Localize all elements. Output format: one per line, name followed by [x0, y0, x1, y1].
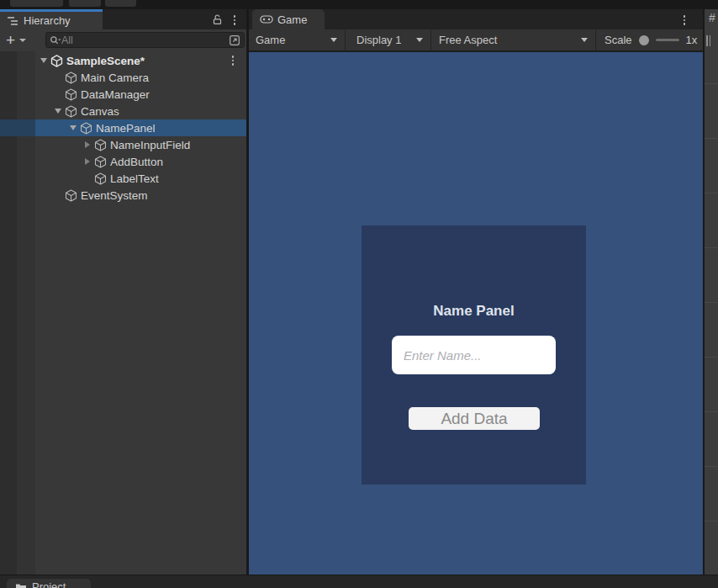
game-tab-bar: Game [249, 9, 703, 29]
hierarchy-item-datamanager[interactable]: DataManager [0, 86, 246, 103]
cube-icon [65, 189, 77, 202]
hierarchy-icon [7, 16, 18, 26]
hierarchy-item-namepanel[interactable]: NamePanel [0, 119, 246, 136]
item-label: DataManager [81, 88, 150, 101]
hierarchy-item-eventsystem[interactable]: EventSystem [0, 187, 246, 204]
add-dropdown-caret-icon[interactable] [19, 39, 26, 42]
item-label: Canvas [81, 105, 119, 118]
add-object-button[interactable]: + [6, 32, 15, 49]
cube-icon [65, 72, 77, 84]
cube-icon [94, 172, 107, 185]
hierarchy-tab-bar: Hierarchy [0, 9, 246, 29]
scene-menu-kebab-icon[interactable] [228, 54, 238, 67]
name-panel-title: Name Panel [362, 303, 586, 320]
chevron-down-icon [581, 38, 588, 42]
expand-arrow-icon[interactable] [66, 125, 80, 130]
aspect-dropdown[interactable]: Free Aspect [430, 29, 595, 50]
cube-icon [65, 88, 77, 101]
tab-label: Hierarchy [24, 14, 71, 27]
toolbar-grip-icon [706, 35, 710, 46]
scale-slider-handle[interactable] [639, 35, 649, 45]
expand-arrow-icon[interactable] [81, 158, 94, 165]
search-input[interactable] [61, 34, 229, 46]
name-panel: Name Panel Add Data [362, 225, 586, 485]
bottom-dock-bar: Project [0, 575, 718, 588]
tab-project[interactable]: Project [7, 579, 91, 588]
display-label: Display 1 [356, 34, 401, 46]
selection-gutter [0, 119, 35, 136]
view-mode-dropdown[interactable]: Game [249, 29, 345, 50]
hierarchy-item-labeltext[interactable]: LabelText [0, 170, 246, 187]
search-pick-icon[interactable] [229, 34, 240, 46]
main-toolbar-strip [0, 0, 718, 9]
view-mode-label: Game [256, 34, 285, 46]
item-label: Main Camera [81, 72, 149, 84]
unity-editor-window: Hierarchy + SampleScene* [0, 0, 718, 588]
tab-label: Game [277, 13, 307, 26]
hierarchy-panel: Hierarchy + SampleScene* [0, 9, 246, 575]
scale-control: Scale 1x [595, 29, 703, 50]
item-label: SampleScene* [66, 55, 145, 67]
hierarchy-item-samplescene[interactable]: SampleScene* [0, 52, 246, 69]
add-data-button[interactable]: Add Data [409, 407, 540, 430]
hierarchy-item-addbutton[interactable]: AddButton [0, 153, 246, 170]
item-label: NameInputField [110, 139, 190, 151]
cube-icon [94, 139, 107, 151]
hierarchy-item-main-camera[interactable]: Main Camera [0, 69, 246, 86]
display-dropdown[interactable]: Display 1 [345, 29, 430, 50]
search-icon[interactable] [50, 35, 61, 45]
tab-label: Project [32, 580, 66, 588]
hierarchy-search-row: + [0, 29, 246, 51]
cube-icon [80, 122, 92, 135]
hierarchy-item-nameinputfield[interactable]: NameInputField [0, 136, 246, 153]
unity-scene-icon [50, 55, 63, 67]
item-label: NamePanel [96, 122, 156, 135]
game-viewport: Name Panel Add Data [249, 50, 703, 575]
panel-row-lines [705, 29, 718, 575]
toolbar-button-3[interactable] [105, 0, 136, 7]
toolbar-button-2[interactable] [69, 0, 101, 7]
expand-arrow-icon[interactable] [81, 141, 94, 148]
expand-arrow-icon[interactable] [37, 58, 50, 63]
tab-hierarchy[interactable]: Hierarchy [0, 9, 103, 29]
hierarchy-tree: SampleScene* Main Camera DataManager Can… [0, 51, 246, 575]
aspect-label: Free Aspect [439, 34, 497, 46]
expand-arrow-icon[interactable] [51, 109, 65, 114]
item-label: AddButton [110, 156, 163, 168]
toolbar-button-1[interactable] [10, 0, 63, 7]
scale-value: 1x [686, 34, 698, 46]
item-label: EventSystem [81, 189, 148, 202]
gamepad-icon [260, 15, 273, 24]
item-label: LabelText [110, 172, 159, 185]
chevron-down-icon [416, 38, 423, 42]
game-panel: Game Game Display 1 Free Aspect Scale 1x [249, 9, 703, 575]
right-panel-edge: # [705, 9, 718, 575]
name-input-field[interactable] [392, 336, 556, 374]
cube-icon [65, 105, 77, 118]
folder-icon [15, 583, 27, 588]
chevron-down-icon [330, 38, 337, 42]
lock-icon[interactable] [212, 14, 223, 25]
hierarchy-search-field[interactable] [45, 32, 245, 48]
game-toolbar: Game Display 1 Free Aspect Scale 1x [249, 29, 703, 50]
hierarchy-menu-kebab-icon[interactable] [230, 13, 240, 27]
tab-game[interactable]: Game [252, 9, 325, 29]
game-menu-kebab-icon[interactable] [679, 13, 689, 27]
scale-slider-track[interactable] [656, 39, 679, 41]
scene-tab-glyph: # [709, 11, 715, 24]
cube-icon [94, 156, 107, 168]
scale-label: Scale [604, 34, 632, 46]
hierarchy-item-canvas[interactable]: Canvas [0, 103, 246, 119]
